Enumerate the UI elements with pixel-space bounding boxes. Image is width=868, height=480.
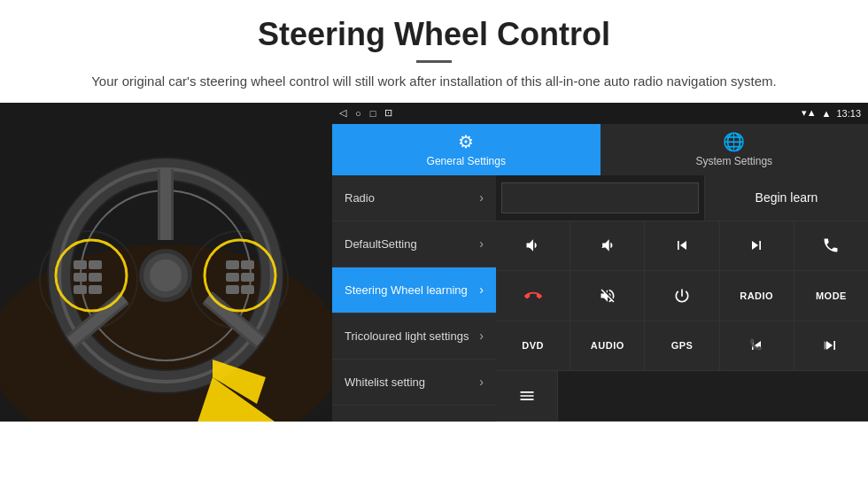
menu-item-default-label: DefaultSetting xyxy=(345,237,417,251)
content-area: Radio › DefaultSetting › Steering Wheel … xyxy=(332,175,868,422)
mode-button[interactable]: MODE xyxy=(794,271,868,321)
svg-rect-21 xyxy=(74,273,87,282)
page-title: Steering Wheel Control xyxy=(53,16,815,53)
tab-general-settings[interactable]: ⚙ General Settings xyxy=(332,124,601,175)
mute-button[interactable] xyxy=(570,271,645,321)
dvd-button[interactable]: DVD xyxy=(496,321,570,371)
radio-button[interactable]: RADIO xyxy=(720,271,794,321)
menu-radio-chevron: › xyxy=(479,190,484,205)
menu-item-tricoloured[interactable]: Tricoloured light settings › xyxy=(332,314,496,360)
menu-tricoloured-chevron: › xyxy=(479,329,484,343)
wifi-icon: ▲ xyxy=(822,108,832,119)
menu-item-steering-wheel[interactable]: Steering Wheel learning › xyxy=(332,267,496,314)
top-section: Steering Wheel Control Your original car… xyxy=(0,0,868,103)
menu-item-tricoloured-label: Tricoloured light settings xyxy=(345,329,469,343)
steering-wheel-image xyxy=(0,103,332,422)
tab-system-settings[interactable]: 🌐 System Settings xyxy=(601,124,869,175)
svg-rect-26 xyxy=(241,260,254,269)
top-row: Begin learn xyxy=(496,175,868,221)
status-icons: ▾▲ ▲ 13:13 xyxy=(802,107,861,119)
power-button[interactable] xyxy=(645,271,719,321)
begin-learn-button[interactable]: Begin learn xyxy=(704,175,868,221)
time-display: 13:13 xyxy=(836,108,861,119)
menu-default-chevron: › xyxy=(479,236,484,251)
back-button[interactable]: ◁ xyxy=(339,107,346,119)
svg-rect-19 xyxy=(74,260,87,269)
volume-down-button[interactable]: - xyxy=(570,221,645,271)
recent-button[interactable]: □ xyxy=(370,108,376,119)
button-grid: + - xyxy=(496,221,868,422)
svg-rect-22 xyxy=(89,273,102,282)
menu-steering-chevron: › xyxy=(479,283,484,297)
btn-row-1: + - xyxy=(496,221,868,272)
tab-bar: ⚙ General Settings 🌐 System Settings xyxy=(332,124,868,175)
menu-icon-button[interactable] xyxy=(496,371,558,421)
cast-button[interactable]: ⊡ xyxy=(384,107,392,119)
btn-row-3: DVD AUDIO GPS 📞 xyxy=(496,321,868,372)
title-divider xyxy=(416,60,452,63)
svg-rect-20 xyxy=(89,260,102,269)
tab-general-label: General Settings xyxy=(427,155,506,167)
right-panel: Begin learn + - xyxy=(496,175,868,422)
nav-buttons: ◁ ○ □ ⊡ xyxy=(339,107,392,119)
radio-label: RADIO xyxy=(740,290,773,301)
btn-row-2: RADIO MODE xyxy=(496,271,868,321)
dvd-label: DVD xyxy=(522,340,544,351)
btn-row-4 xyxy=(496,371,868,422)
svg-text:+: + xyxy=(527,243,531,251)
subtitle: Your original car's steering wheel contr… xyxy=(53,72,815,92)
hang-up-button[interactable] xyxy=(496,271,570,321)
gps-label: GPS xyxy=(671,340,694,351)
home-button[interactable]: ○ xyxy=(355,108,361,119)
menu-item-radio-label: Radio xyxy=(345,191,375,205)
svg-rect-28 xyxy=(241,273,254,282)
menu-item-whitelist[interactable]: Whitelist setting › xyxy=(332,360,496,406)
svg-rect-24 xyxy=(89,285,102,294)
android-ui: ◁ ○ □ ⊡ ▾▲ ▲ 13:13 ⚙ General Settings 🌐 … xyxy=(332,103,868,422)
system-settings-icon: 🌐 xyxy=(723,131,745,152)
phone-button[interactable] xyxy=(794,221,868,271)
main-content: ◁ ○ □ ⊡ ▾▲ ▲ 13:13 ⚙ General Settings 🌐 … xyxy=(0,103,868,422)
menu-item-steering-label: Steering Wheel learning xyxy=(345,283,468,297)
svg-rect-25 xyxy=(226,260,239,269)
svg-rect-27 xyxy=(226,273,239,282)
next-folder-button[interactable] xyxy=(794,321,868,371)
prev-folder-button[interactable]: 📞 xyxy=(720,321,794,371)
next-track-button[interactable] xyxy=(720,221,794,271)
mode-label: MODE xyxy=(816,290,847,301)
prev-track-button[interactable] xyxy=(645,221,719,271)
svg-rect-30 xyxy=(241,285,254,294)
svg-point-16 xyxy=(150,259,182,291)
volume-up-button[interactable]: + xyxy=(496,221,570,271)
svg-rect-29 xyxy=(226,285,239,294)
general-settings-icon: ⚙ xyxy=(458,131,474,152)
menu-item-whitelist-label: Whitelist setting xyxy=(345,375,425,389)
status-bar: ◁ ○ □ ⊡ ▾▲ ▲ 13:13 xyxy=(332,103,868,124)
begin-learn-label: Begin learn xyxy=(756,190,818,205)
menu-item-default-setting[interactable]: DefaultSetting › xyxy=(332,221,496,267)
menu-item-radio[interactable]: Radio › xyxy=(332,175,496,221)
signal-icon: ▾▲ xyxy=(802,107,817,119)
key-input-box[interactable] xyxy=(501,182,699,213)
svg-text:📞: 📞 xyxy=(749,339,763,352)
tab-system-label: System Settings xyxy=(695,155,772,167)
menu-whitelist-chevron: › xyxy=(479,375,484,389)
audio-label: AUDIO xyxy=(591,340,624,351)
left-menu: Radio › DefaultSetting › Steering Wheel … xyxy=(332,175,496,422)
gps-button[interactable]: GPS xyxy=(645,321,719,371)
audio-button[interactable]: AUDIO xyxy=(570,321,645,371)
svg-rect-23 xyxy=(74,285,87,294)
